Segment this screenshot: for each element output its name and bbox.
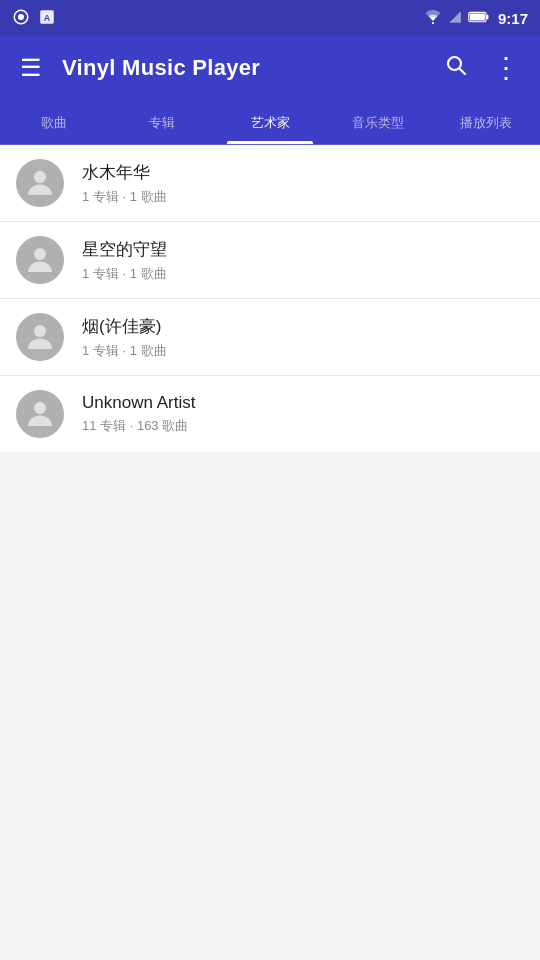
svg-point-1 [18, 14, 24, 20]
menu-button[interactable]: ☰ [16, 50, 46, 86]
artist-meta: 1 专辑 · 1 歌曲 [82, 265, 524, 283]
artist-name: 烟(许佳豪) [82, 315, 524, 338]
artist-name: Unknown Artist [82, 393, 524, 413]
tab-albums[interactable]: 专辑 [108, 100, 216, 144]
artist-list-item[interactable]: 星空的守望 1 专辑 · 1 歌曲 [0, 222, 540, 299]
status-bar-right: 9:17 [424, 10, 528, 27]
artist-meta: 1 专辑 · 1 歌曲 [82, 188, 524, 206]
search-button[interactable] [440, 49, 472, 87]
artist-avatar [16, 236, 64, 284]
svg-point-4 [432, 21, 434, 23]
time-display: 9:17 [498, 10, 528, 27]
artist-list-item[interactable]: 水木年华 1 专辑 · 1 歌曲 [0, 145, 540, 222]
tabs-bar: 歌曲 专辑 艺术家 音乐类型 播放列表 [0, 100, 540, 145]
artist-info: 水木年华 1 专辑 · 1 歌曲 [82, 161, 524, 206]
artist-name: 星空的守望 [82, 238, 524, 261]
svg-point-12 [34, 325, 46, 337]
app-bar: ☰ Vinyl Music Player ⋮ [0, 36, 540, 100]
svg-point-11 [34, 248, 46, 260]
tab-playlists[interactable]: 播放列表 [432, 100, 540, 144]
status-bar: A 9:17 [0, 0, 540, 36]
a-status-icon: A [38, 8, 56, 29]
artist-avatar [16, 313, 64, 361]
artist-info: 星空的守望 1 专辑 · 1 歌曲 [82, 238, 524, 283]
artist-avatar [16, 390, 64, 438]
artist-list-item[interactable]: 烟(许佳豪) 1 专辑 · 1 歌曲 [0, 299, 540, 376]
content-area: 水木年华 1 专辑 · 1 歌曲 星空的守望 1 专辑 · 1 歌曲 [0, 145, 540, 956]
artist-name: 水木年华 [82, 161, 524, 184]
artist-list: 水木年华 1 专辑 · 1 歌曲 星空的守望 1 专辑 · 1 歌曲 [0, 145, 540, 452]
svg-point-13 [34, 402, 46, 414]
tab-genres[interactable]: 音乐类型 [324, 100, 432, 144]
tab-artists[interactable]: 艺术家 [216, 100, 324, 144]
svg-rect-6 [486, 14, 488, 19]
svg-text:A: A [44, 12, 51, 22]
artist-meta: 11 专辑 · 163 歌曲 [82, 417, 524, 435]
artist-meta: 1 专辑 · 1 歌曲 [82, 342, 524, 360]
signal-icon [448, 10, 462, 27]
status-bar-left: A [12, 8, 56, 29]
artist-info: 烟(许佳豪) 1 专辑 · 1 歌曲 [82, 315, 524, 360]
more-button[interactable]: ⋮ [488, 50, 524, 86]
wifi-icon [424, 10, 442, 27]
artist-avatar [16, 159, 64, 207]
battery-icon [468, 10, 490, 27]
app-title: Vinyl Music Player [62, 55, 424, 81]
svg-point-10 [34, 171, 46, 183]
svg-rect-7 [470, 13, 485, 20]
artist-info: Unknown Artist 11 专辑 · 163 歌曲 [82, 393, 524, 435]
circle-status-icon [12, 8, 30, 29]
artist-list-item[interactable]: Unknown Artist 11 专辑 · 163 歌曲 [0, 376, 540, 452]
svg-line-9 [460, 69, 466, 75]
tab-songs[interactable]: 歌曲 [0, 100, 108, 144]
